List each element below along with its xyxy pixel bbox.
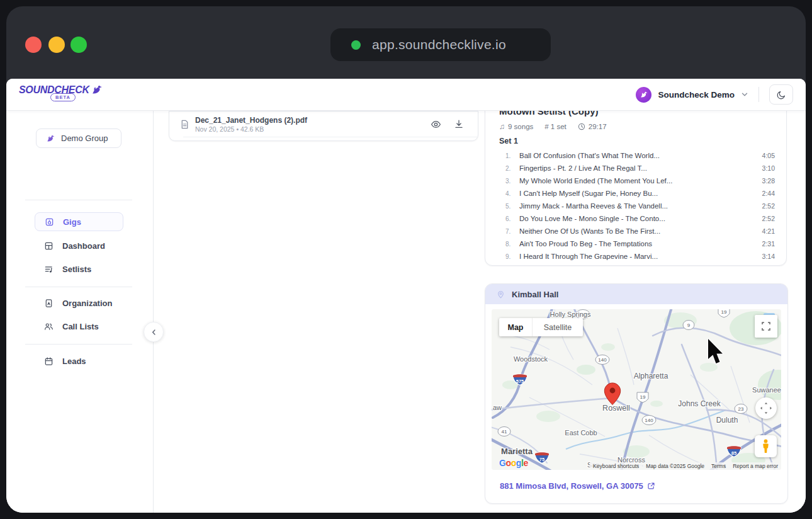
song-row[interactable]: 2. Fingertips - Pt. 2 / Live At The Rega… — [499, 162, 775, 174]
set-heading: Set 1 — [499, 137, 775, 145]
song-row[interactable]: 8. Ain't Too Proud To Beg - The Temptati… — [499, 237, 775, 250]
song-duration: 4:05 — [762, 152, 775, 159]
beta-badge: BETA — [50, 93, 76, 101]
pan-control[interactable] — [755, 397, 777, 419]
song-title: Ball Of Confusion (That's What The World… — [513, 152, 762, 159]
song-duration: 4:21 — [762, 227, 775, 235]
song-number: 2. — [499, 165, 513, 172]
song-title: Ain't Too Proud To Beg - The Temptations — [513, 240, 762, 248]
route-shield-label: 140 — [645, 418, 653, 423]
chevron-down-icon[interactable] — [741, 91, 748, 98]
group-bird-icon — [46, 134, 55, 143]
google-logo[interactable]: Google — [499, 458, 528, 468]
preview-eye-icon[interactable] — [431, 119, 441, 130]
location-pin-icon — [497, 290, 505, 299]
sidebar-collapse-button[interactable] — [144, 322, 164, 342]
song-duration: 3:14 — [762, 253, 775, 260]
map-attribution: Keyboard shortcuts Map data ©2025 Google… — [590, 462, 781, 470]
report-map-error-link[interactable]: Report a map error — [730, 462, 781, 470]
google-letter: G — [499, 458, 506, 468]
browser-window: app.soundchecklive.io SOUNDCHECK BETA So… — [6, 6, 806, 513]
sidebar: Demo Group Gigs Dashboard — [6, 110, 154, 513]
sidebar-item-setlists[interactable]: Setlists — [35, 260, 129, 278]
song-row[interactable]: 6. Do You Love Me - Mono Single - The Co… — [499, 212, 775, 225]
app-viewport: SOUNDCHECK BETA Soundcheck Demo — [6, 79, 806, 513]
interstate-shield-label: 75 — [539, 457, 544, 462]
song-row[interactable]: 1. Ball Of Confusion (That's What The Wo… — [499, 149, 775, 162]
google-letter: g — [516, 458, 521, 468]
music-note-icon: ♫ — [499, 122, 505, 131]
map-label-alpharetta: Alpharetta — [634, 372, 668, 380]
sidebar-divider — [25, 287, 132, 287]
street-view-pegman[interactable] — [755, 435, 777, 457]
song-number: 8. — [499, 241, 513, 248]
keyboard-shortcuts-link[interactable]: Keyboard shortcuts — [590, 462, 642, 470]
venue-name: Kimball Hall — [512, 290, 558, 299]
file-row[interactable]: Dec_21_Janet_Hodgens (2).pdf Nov 20, 202… — [169, 111, 478, 137]
map-label-duluth: Duluth — [716, 416, 738, 425]
file-icon — [179, 119, 190, 130]
chevron-left-icon — [150, 329, 157, 336]
address-bar[interactable]: app.soundchecklive.io — [330, 28, 551, 61]
song-row[interactable]: 9. I Heard It Through The Grapevine - Ma… — [499, 250, 775, 263]
song-number: 4. — [499, 190, 513, 197]
google-map[interactable]: 140 140 140 9 19 19 23 41 575 75 — [492, 309, 781, 470]
venue-header: Kimball Hall — [485, 284, 787, 304]
google-letter: e — [523, 458, 527, 468]
download-icon[interactable] — [454, 119, 464, 129]
song-row[interactable]: 4. I Can't Help Myself (Sugar Pie, Honey… — [499, 187, 775, 200]
clock-icon — [578, 123, 585, 130]
pan-arrows-icon — [759, 401, 773, 415]
row-separator — [183, 137, 477, 137]
dark-mode-toggle[interactable] — [769, 84, 793, 105]
grid-icon — [44, 241, 54, 251]
songs-count: 9 songs — [508, 123, 533, 130]
account-avatar[interactable] — [636, 87, 651, 103]
screen: { "colors": { "brand_purple": "#4a3bbd",… — [0, 0, 812, 519]
song-number: 1. — [499, 152, 513, 159]
venue-address-link[interactable]: 881 Mimosa Blvd, Roswell, GA 30075 — [500, 481, 655, 491]
pegman-icon — [762, 439, 770, 454]
map-type-map-button[interactable]: Map — [499, 318, 532, 336]
sidebar-item-leads[interactable]: Leads — [35, 351, 129, 370]
zoom-window-button[interactable] — [70, 37, 87, 53]
account-area: Soundcheck Demo — [636, 79, 793, 110]
song-row[interactable]: 7. Neither One Of Us (Wants To Be The Fi… — [499, 225, 775, 237]
route-shield-label: 9 — [687, 322, 691, 328]
song-title: My Whole World Ended (The Moment You Lef… — [513, 177, 762, 185]
song-number: 6. — [499, 215, 513, 222]
minimize-window-button[interactable] — [48, 37, 65, 53]
close-window-button[interactable] — [25, 37, 42, 53]
terms-link[interactable]: Terms — [708, 462, 729, 470]
sidebar-item-call-lists[interactable]: Call Lists — [35, 317, 129, 336]
song-title: Jimmy Mack - Martha Reeves & The Vandell… — [513, 202, 762, 210]
map-label-marietta: Marietta — [501, 447, 533, 456]
song-row[interactable]: 3. My Whole World Ended (The Moment You … — [499, 174, 775, 187]
secure-dot-icon — [351, 40, 361, 50]
group-selector-button[interactable]: Demo Group — [36, 128, 121, 148]
setlist-title: Motown Setlist (Copy) — [499, 110, 775, 118]
fullscreen-button[interactable] — [755, 315, 777, 338]
url-text: app.soundchecklive.io — [372, 37, 506, 52]
sidebar-item-label: Dashboard — [62, 241, 105, 251]
main-content: Dec_21_Janet_Hodgens (2).pdf Nov 20, 202… — [154, 110, 806, 513]
map-label-east-cobb: East Cobb — [565, 429, 597, 436]
map-label-johns-creek: Johns Creek — [678, 399, 721, 408]
app-header: SOUNDCHECK BETA Soundcheck Demo — [6, 79, 806, 111]
sidebar-item-organization[interactable]: Organization — [35, 294, 129, 312]
sidebar-item-dashboard[interactable]: Dashboard — [35, 236, 129, 255]
map-label-woodstock: Woodstock — [514, 355, 548, 363]
song-row[interactable]: 5. Jimmy Mack - Martha Reeves & The Vand… — [499, 200, 775, 212]
sidebar-item-gigs[interactable]: Gigs — [35, 212, 123, 231]
map-label-holly-springs: Holly Springs — [550, 311, 591, 318]
song-duration: 2:52 — [762, 215, 775, 222]
fullscreen-icon — [761, 321, 771, 331]
file-actions — [431, 111, 464, 137]
setlist-icon — [44, 265, 54, 274]
google-letter: o — [506, 458, 511, 468]
song-title: Neither One Of Us (Wants To Be The First… — [513, 227, 762, 235]
song-number: 7. — [499, 228, 513, 235]
song-title: Fingertips - Pt. 2 / Live At The Regal T… — [513, 164, 762, 172]
map-label-kennesaw: aw — [493, 404, 502, 411]
map-type-satellite-button[interactable]: Satellite — [532, 318, 583, 336]
